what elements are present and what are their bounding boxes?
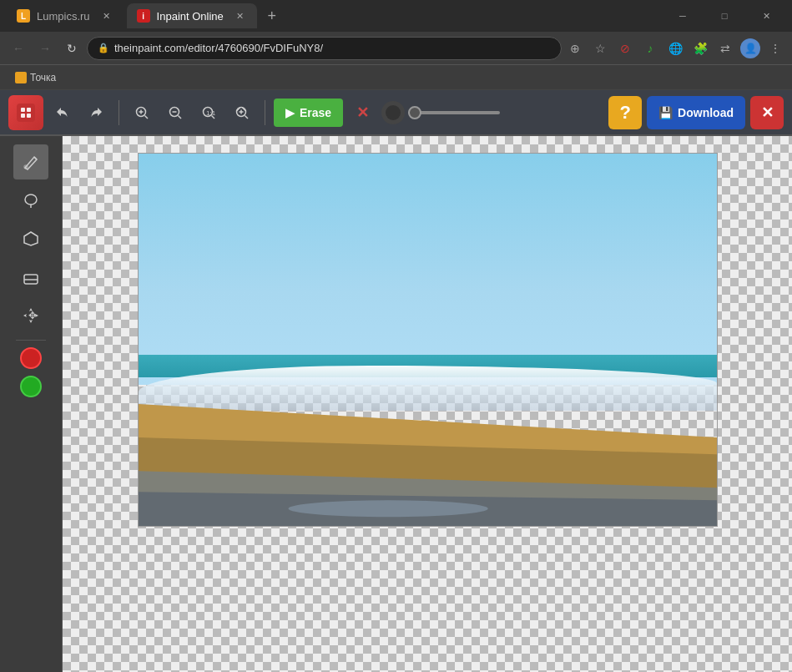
color-red[interactable] <box>20 347 42 369</box>
title-bar: L Lumpics.ru ✕ i Inpaint Online ✕ + ─ □ … <box>0 0 792 32</box>
app-content: 1:1 ▶ Erase ✕ <box>0 90 792 672</box>
sand-layer <box>139 362 717 526</box>
tab-close-lumpics[interactable]: ✕ <box>100 9 114 23</box>
lock-icon: 🔒 <box>98 43 109 53</box>
bookmark-label: Точка <box>30 72 56 83</box>
close-window-button[interactable]: ✕ <box>747 3 785 28</box>
tool-eraser[interactable] <box>13 260 48 295</box>
svg-rect-3 <box>21 114 25 118</box>
address-bar-icons: ⊕ ☆ ⊘ ♪ 🌐 🧩 ⇄ 👤 ⋮ <box>565 38 785 58</box>
cancel-button[interactable]: ✕ <box>348 99 376 127</box>
app-logo <box>8 95 43 130</box>
redo-button[interactable] <box>82 99 110 127</box>
erase-label: Erase <box>300 106 331 119</box>
reload-button[interactable]: ↻ <box>60 37 83 60</box>
forward-button[interactable]: → <box>33 37 57 60</box>
close-editor-icon: ✕ <box>761 104 774 122</box>
zoom-actual-button[interactable] <box>228 99 256 127</box>
brush-slider-track-container[interactable] <box>408 106 500 119</box>
brush-dot <box>386 105 401 120</box>
bookmark-folder-icon <box>15 72 27 83</box>
tab-label-lumpics: Lumpics.ru <box>37 10 90 23</box>
svg-rect-1 <box>21 108 25 112</box>
erase-button[interactable]: ▶ Erase <box>274 99 343 127</box>
toolbar-right: ? 💾 Download ✕ <box>608 96 784 129</box>
tool-lasso[interactable] <box>13 183 48 218</box>
tab-favicon-lumpics: L <box>17 9 30 23</box>
svg-point-20 <box>25 195 37 205</box>
minimize-button[interactable]: ─ <box>663 3 702 28</box>
tab-label-inpaint: Inpaint Online <box>157 10 224 23</box>
left-panel: ✥ <box>0 136 63 672</box>
extensions-icon[interactable]: 🧩 <box>690 38 710 58</box>
erase-play-icon: ▶ <box>285 106 295 119</box>
download-disk-icon: 💾 <box>658 106 673 119</box>
beach-image <box>138 153 718 527</box>
translate-icon[interactable]: ⊕ <box>565 38 585 58</box>
tool-polygon[interactable] <box>13 221 48 256</box>
address-input[interactable]: 🔒 theinpaint.com/editor/4760690/FvDIFuNY… <box>87 37 562 60</box>
tab-favicon-inpaint: i <box>137 9 150 23</box>
menu-icon[interactable]: ⋮ <box>765 38 785 58</box>
browser-frame: L Lumpics.ru ✕ i Inpaint Online ✕ + ─ □ … <box>0 0 792 672</box>
zoom-in-button[interactable] <box>128 99 156 127</box>
svg-line-6 <box>145 115 149 119</box>
panel-separator <box>16 340 46 341</box>
maximize-button[interactable]: □ <box>705 3 744 28</box>
zoom-out-button[interactable] <box>161 99 189 127</box>
svg-point-19 <box>24 165 28 169</box>
brush-preview <box>381 101 405 124</box>
color-green[interactable] <box>20 376 42 397</box>
toolbar-separator-1 <box>119 100 119 125</box>
address-text: theinpaint.com/editor/4760690/FvDIFuNY8/ <box>114 42 323 54</box>
tab-lumpics[interactable]: L Lumpics.ru ✕ <box>7 3 124 28</box>
tab-close-inpaint[interactable]: ✕ <box>234 9 247 23</box>
address-bar: ← → ↻ 🔒 theinpaint.com/editor/4760690/Fv… <box>0 32 792 65</box>
brush-slider-thumb[interactable] <box>408 106 421 119</box>
tool-brush[interactable] <box>13 144 48 179</box>
close-editor-button[interactable]: ✕ <box>750 96 784 129</box>
download-button[interactable]: 💾 Download <box>647 96 745 129</box>
app-toolbar: 1:1 ▶ Erase ✕ <box>0 90 792 136</box>
svg-point-28 <box>288 500 487 517</box>
sky-layer <box>139 154 717 385</box>
music-icon[interactable]: ♪ <box>640 38 660 58</box>
tool-move[interactable]: ✥ <box>13 298 48 333</box>
svg-text:✥: ✥ <box>28 310 37 321</box>
bookmark-bar: Точка <box>0 65 792 90</box>
zoom-fit-button[interactable]: 1:1 <box>194 99 223 127</box>
tab-add-button[interactable]: + <box>260 4 284 28</box>
help-button[interactable]: ? <box>608 96 642 129</box>
bookmark-tochka[interactable]: Точка <box>8 70 63 85</box>
svg-line-10 <box>179 115 182 119</box>
canvas-area[interactable] <box>63 136 792 672</box>
star-icon[interactable]: ☆ <box>590 38 610 58</box>
svg-line-16 <box>245 115 249 119</box>
profile-avatar[interactable]: 👤 <box>740 38 760 58</box>
brush-size-control <box>381 101 500 124</box>
svg-rect-4 <box>27 114 31 118</box>
globe-icon[interactable]: 🌐 <box>665 38 685 58</box>
svg-rect-2 <box>27 108 31 112</box>
sync-icon[interactable]: ⇄ <box>715 38 735 58</box>
adblock-icon[interactable]: ⊘ <box>615 38 635 58</box>
tab-inpaint[interactable]: i Inpaint Online ✕ <box>127 3 257 28</box>
brush-slider-track <box>408 111 500 114</box>
undo-button[interactable] <box>48 99 77 127</box>
editor-area: ✥ <box>0 136 792 672</box>
svg-text:1:1: 1:1 <box>206 109 216 117</box>
toolbar-separator-2 <box>265 100 265 125</box>
svg-rect-0 <box>17 104 35 122</box>
back-button[interactable]: ← <box>7 37 30 60</box>
window-controls: ─ □ ✕ <box>663 3 785 28</box>
download-label: Download <box>678 106 734 119</box>
help-icon: ? <box>619 102 630 124</box>
